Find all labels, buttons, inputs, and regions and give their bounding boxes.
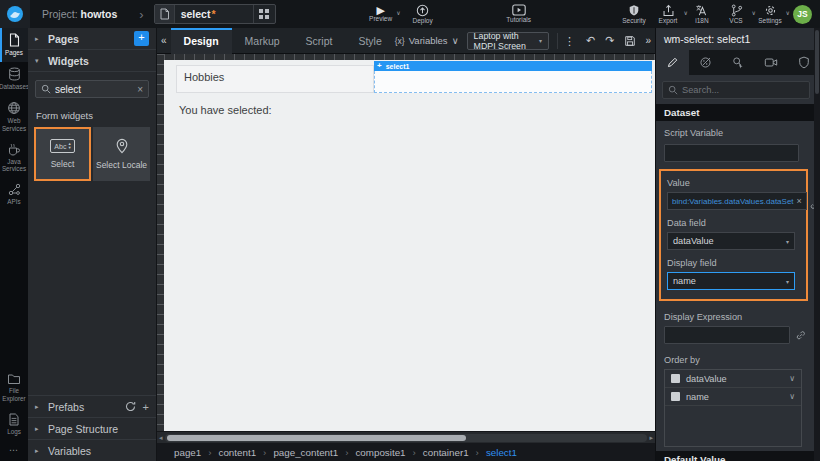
tab-markup[interactable]: Markup xyxy=(232,28,293,54)
breadcrumb-select1[interactable]: select1 xyxy=(486,447,517,458)
property-search-input[interactable] xyxy=(682,85,804,95)
scroll-left-icon[interactable]: ◂ xyxy=(159,434,163,441)
order-by-option-name[interactable]: name ∨ xyxy=(665,388,801,406)
redo-icon[interactable]: ↷ xyxy=(600,34,619,47)
editor-tabstrip: « Design Markup Script Style {x} Variabl… xyxy=(157,28,655,54)
settings-button[interactable]: Settings ∨ xyxy=(753,0,787,28)
sidebar-item-pages[interactable]: Pages xyxy=(0,28,28,62)
tab-style[interactable]: Style xyxy=(345,28,394,54)
breadcrumb-container1[interactable]: container1 xyxy=(423,447,469,458)
order-by-option-datavalue[interactable]: dataValue ∨ xyxy=(665,370,801,388)
deploy-button[interactable]: Deploy xyxy=(406,0,440,28)
widgets-accordion[interactable]: ▾ Widgets xyxy=(28,50,156,72)
tab-styles[interactable] xyxy=(689,50,722,75)
page-grid-icon[interactable] xyxy=(253,5,275,23)
security-button[interactable]: Security xyxy=(617,0,651,28)
inspector-scrollbar[interactable] xyxy=(814,28,820,461)
widget-tile-select-locale[interactable]: Select Locale xyxy=(93,127,150,181)
vertical-ruler xyxy=(157,54,164,431)
save-icon[interactable] xyxy=(619,35,641,47)
device-selector[interactable]: Laptop with MDPI Screen ▾ xyxy=(467,32,549,50)
widget-search-input[interactable] xyxy=(55,84,133,95)
script-variable-input[interactable] xyxy=(664,144,799,162)
hobbies-label-widget[interactable]: Hobbies xyxy=(176,65,374,93)
default-value-section-header[interactable]: Default Value xyxy=(656,451,820,461)
display-field-select[interactable]: name ▾ xyxy=(667,272,795,290)
export-button[interactable]: Export ∨ xyxy=(651,0,685,28)
design-canvas[interactable]: Hobbies + select1 You have selected: xyxy=(164,60,655,431)
expression-link-icon[interactable] xyxy=(795,330,806,341)
variables-button[interactable]: {x} Variables ∨ xyxy=(395,35,459,46)
collapse-right-icon[interactable]: » xyxy=(641,35,655,46)
pages-accordion[interactable]: ▸ Pages + xyxy=(28,28,156,50)
page-structure-accordion[interactable]: ▸ Page Structure xyxy=(28,417,156,439)
sidebar-item-java-services[interactable]: Java Services xyxy=(0,138,28,178)
variables-accordion[interactable]: ▸ Variables xyxy=(28,439,156,461)
dataset-section-header[interactable]: Dataset xyxy=(656,104,820,121)
select1-widget-body[interactable] xyxy=(374,71,652,93)
sidebar-item-apis[interactable]: APIs xyxy=(0,178,28,211)
breadcrumb: page1 › content1 › page_content1 › compo… xyxy=(157,443,655,461)
java-services-icon xyxy=(7,143,21,156)
tab-design[interactable]: Design xyxy=(171,28,232,54)
prefabs-accordion[interactable]: ▸ Prefabs + xyxy=(28,395,156,417)
scrollbar-thumb[interactable] xyxy=(167,435,466,441)
tab-properties[interactable] xyxy=(656,50,689,75)
select1-widget[interactable]: + select1 xyxy=(374,61,652,93)
page-selector[interactable]: select* xyxy=(154,4,276,24)
more-options-icon[interactable]: ⋮ xyxy=(557,33,581,49)
sidebar-item-databases[interactable]: Databases xyxy=(0,62,28,96)
tutorials-button[interactable]: Tutorials xyxy=(502,0,536,28)
tab-script[interactable]: Script xyxy=(293,28,346,54)
settings-gear-icon xyxy=(764,4,777,17)
breadcrumb-page_content1[interactable]: page_content1 xyxy=(273,447,338,458)
data-field-select[interactable]: dataValue ▾ xyxy=(667,232,795,250)
add-page-button[interactable]: + xyxy=(134,31,149,46)
current-page-name: select* xyxy=(175,8,253,20)
chevron-down-icon[interactable]: ∨ xyxy=(789,374,795,383)
rail-more-icon[interactable]: ⋯ xyxy=(0,441,28,461)
left-rail: Pages Databases Web Services Java Servic… xyxy=(0,28,28,461)
display-expression-input[interactable] xyxy=(664,326,790,344)
export-icon xyxy=(662,4,675,17)
apis-icon xyxy=(8,183,21,196)
order-by-group: Order by dataValue ∨ name ∨ xyxy=(656,348,820,451)
breadcrumb-content1[interactable]: content1 xyxy=(219,447,257,458)
move-icon[interactable]: + xyxy=(377,62,382,70)
tab-device[interactable] xyxy=(754,50,787,75)
property-search[interactable] xyxy=(662,81,810,99)
inspector-scrollbar-thumb[interactable] xyxy=(815,30,819,94)
scrollbar-track[interactable] xyxy=(165,434,648,442)
refresh-icon[interactable] xyxy=(125,401,136,412)
clear-binding-icon[interactable]: × xyxy=(797,196,802,206)
checkbox[interactable] xyxy=(671,374,680,383)
sidebar-item-file-explorer[interactable]: File Explorer xyxy=(0,368,28,407)
user-avatar[interactable]: JS xyxy=(793,5,812,24)
undo-icon[interactable]: ↶ xyxy=(581,34,600,47)
select1-widget-header[interactable]: + select1 xyxy=(374,61,652,71)
widget-tile-select[interactable]: Abc ▴▾ Select xyxy=(34,127,91,181)
i18n-button[interactable]: i18N xyxy=(685,0,719,28)
breadcrumb-composite1[interactable]: composite1 xyxy=(355,447,405,458)
main-area: Pages Databases Web Services Java Servic… xyxy=(0,28,820,461)
wavemaker-logo[interactable] xyxy=(0,0,30,28)
clear-search-icon[interactable]: × xyxy=(137,84,143,95)
preview-button[interactable]: ▶ Preview ∨ xyxy=(364,0,398,28)
tab-events[interactable] xyxy=(722,50,755,75)
sidebar-item-logs[interactable]: Logs xyxy=(0,408,28,441)
sidebar-item-web-services[interactable]: Web Services xyxy=(0,96,28,137)
widget-search[interactable]: × xyxy=(35,80,149,98)
value-binding-input[interactable]: bind:Variables.dataValues.dataSet × xyxy=(667,192,807,210)
scroll-right-icon[interactable]: ▸ xyxy=(649,434,653,441)
vcs-button[interactable]: VCS ∨ xyxy=(719,0,753,28)
horizontal-scrollbar[interactable]: ◂ ▸ xyxy=(157,431,655,443)
add-prefab-icon[interactable]: + xyxy=(143,401,149,413)
search-icon xyxy=(41,84,51,94)
checkbox[interactable] xyxy=(671,392,680,401)
chevron-down-icon[interactable]: ∨ xyxy=(789,392,795,401)
value-group: Value bind:Variables.dataValues.dataSet … xyxy=(661,173,806,213)
widget-group-label: Form widgets xyxy=(28,102,156,127)
display-expression-group: Display Expression xyxy=(656,305,820,348)
breadcrumb-page1[interactable]: page1 xyxy=(174,447,201,458)
collapse-left-icon[interactable]: « xyxy=(157,35,171,46)
